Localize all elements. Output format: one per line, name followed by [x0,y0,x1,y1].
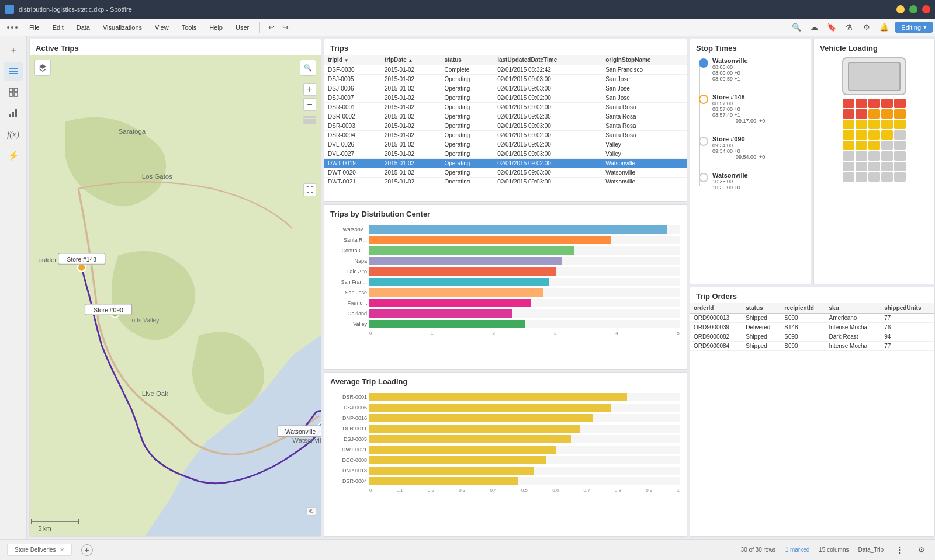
trips-table-row[interactable]: DVL-0027 2015-01-02 Operating 02/01/2015… [324,149,687,159]
cell-tripid: DSJ-0007 [324,93,381,103]
trips-table-row[interactable]: DSR-0004 2015-01-02 Operating 02/01/2015… [324,131,687,140]
sidebar-function-button[interactable]: f(x) [4,125,23,144]
cell-status: Operating [441,112,494,121]
orders-table-row[interactable]: ORD9000013 Shipped S090 Americano 77 [690,313,934,322]
map-zoom-controls [303,116,316,124]
close-button[interactable] [922,5,930,13]
bell-icon[interactable]: 🔔 [878,21,891,34]
cell-shippedunits: 94 [881,332,934,341]
trips-table-row[interactable]: DWT-0020 2015-01-02 Operating 02/01/2015… [324,168,687,178]
col-status[interactable]: status [441,55,494,65]
trips-by-dc-title: Trips by Distribution Center [324,205,687,221]
cell-tripid: DVL-0026 [324,140,381,149]
orders-table-row[interactable]: ORD9000084 Shipped S090 Intense Mocha 77 [690,341,934,350]
filter-icon[interactable]: ⚗ [843,21,856,34]
map-zoom-in[interactable]: + [303,83,316,96]
trips-table-row[interactable]: DWT-0021 2015-01-02 Operating 02/01/2015… [324,178,687,184]
maximize-button[interactable] [909,5,917,13]
svg-rect-0 [9,68,18,69]
menu-user[interactable]: User [230,22,255,33]
col-shippedunits[interactable]: shippedUnits [881,303,934,314]
settings-icon[interactable]: ⚙ [860,21,873,34]
dc-bar-track [369,236,680,244]
avg-bar-fill [369,456,546,464]
bookmark-icon[interactable]: 🔖 [825,21,838,34]
app-menu-button[interactable] [2,24,22,31]
vehicle-grid-cell [856,130,867,140]
orders-table-row[interactable]: ORD9000082 Shipped S090 Dark Roast 94 [690,332,934,341]
col-sku[interactable]: sku [826,303,881,314]
trips-table-row[interactable]: DSR-0001 2015-01-02 Operating 02/01/2015… [324,103,687,112]
menu-tools[interactable]: Tools [176,22,203,33]
avg-axis-label: 0 [369,488,372,493]
editing-badge[interactable]: Editing ▾ [895,22,933,33]
map-layers-button[interactable] [34,60,51,76]
dc-bar-row: Contra C... [331,246,680,255]
avg-bar-track [369,477,680,485]
menu-help[interactable]: Help [203,22,228,33]
store-deliveries-tab[interactable]: Store Deliveries ✕ [7,544,72,556]
menu-data[interactable]: Data [71,22,96,33]
col-tripdate[interactable]: tripDate [381,55,441,65]
dc-bar-fill [369,246,574,255]
trips-table-row[interactable]: DSJ-0006 2015-01-02 Operating 02/01/2015… [324,84,687,93]
cell-lastupdated: 02/01/2015 08:32:42 [494,65,602,75]
sidebar-add-button[interactable]: ＋ [4,41,23,60]
dc-bar-track [369,309,680,318]
map-area[interactable]: Saratoga Los Gatos oulder Creek Live Oak… [30,55,321,536]
map-expand[interactable]: ⛶ [303,183,316,196]
trips-table-row[interactable]: DSR-0002 2015-01-02 Operating 02/01/2015… [324,112,687,121]
svg-rect-9 [15,109,17,117]
vehicle-grid-cell [868,151,880,161]
col-lastupdated[interactable]: lastUpdatedDateTime [494,55,602,65]
dc-axis-label: 1 [431,331,433,336]
menu-view[interactable]: View [149,22,175,33]
cell-lastupdated: 02/01/2015 09:03:00 [494,178,602,184]
cell-origin: San Jose [602,75,687,84]
col-tripid[interactable]: tripId [324,55,381,65]
avg-bar-track [369,425,680,433]
minimize-button[interactable] [896,5,905,13]
dc-axis-label: 5 [677,331,679,336]
search-icon[interactable]: 🔍 [790,21,803,34]
vehicle-grid-cell [881,99,893,108]
menu-visualizations[interactable]: Visualizations [97,22,148,33]
trips-table-row[interactable]: DWT-0019 2015-01-02 Operating 02/01/2015… [324,159,687,168]
tab-close[interactable]: ✕ [60,547,64,553]
trips-table-row[interactable]: DSR-0003 2015-01-02 Operating 02/01/2015… [324,121,687,131]
row-count: 30 of 30 rows [741,547,776,553]
status-settings-icon[interactable]: ⚙ [915,544,928,556]
trips-table-row[interactable]: DSJ-0005 2015-01-02 Operating 02/01/2015… [324,75,687,84]
trips-table-scroll[interactable]: tripId tripDate status lastUpdatedDateTi… [324,55,687,183]
map-search-button[interactable]: 🔍 [300,60,316,76]
orders-table-row[interactable]: ORD9000039 Delivered S148 Intense Mocha … [690,322,934,332]
avg-axis-label: 0.9 [646,488,652,493]
trips-table-row[interactable]: DSJ-0007 2015-01-02 Operating 02/01/2015… [324,93,687,103]
col-order-status[interactable]: status [742,303,781,314]
menu-file[interactable]: File [23,22,46,33]
col-orderid[interactable]: orderId [690,303,742,314]
status-more-icon[interactable]: ⋮ [893,544,906,556]
sidebar-lightning-button[interactable]: ⚡ [4,146,23,165]
trips-table-row[interactable]: DSF-0030 2015-01-02 Complete 02/01/2015 … [324,65,687,75]
redo-button[interactable]: ↪ [279,21,292,34]
avg-bar-label: DFR-0011 [331,426,369,432]
svg-rect-4 [14,88,18,92]
map-zoom-out[interactable]: − [303,98,316,111]
sidebar-grid-button[interactable] [4,83,23,102]
cell-tripid: DVL-0027 [324,149,381,159]
col-recipientid[interactable]: recipientId [781,303,825,314]
cloud-icon[interactable]: ☁ [808,21,820,34]
col-originstop[interactable]: originStopName [602,55,687,65]
cell-origin: Watsonville [602,159,687,168]
undo-button[interactable]: ↩ [265,21,278,34]
trip-orders-table-scroll[interactable]: orderId status recipientId sku shippedUn… [690,303,934,432]
status-right: 30 of 30 rows 1 marked 15 columns Data_T… [741,544,928,556]
trips-table-row[interactable]: DVL-0026 2015-01-02 Operating 02/01/2015… [324,140,687,149]
menu-edit[interactable]: Edit [47,22,70,33]
add-tab-button[interactable]: + [81,544,93,556]
sidebar-layers-button[interactable] [4,62,23,81]
cell-status: Operating [441,103,494,112]
sidebar-chart-button[interactable] [4,104,23,123]
window-controls[interactable] [896,5,930,13]
